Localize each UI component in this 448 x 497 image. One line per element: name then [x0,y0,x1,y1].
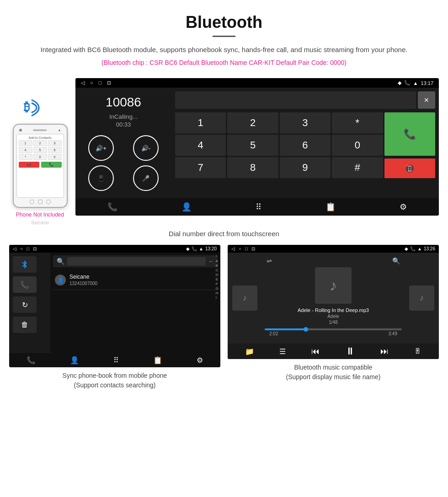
pb-rect: □ [27,246,29,251]
home-icon: ○ [90,80,93,86]
music-note-icon-main: ♪ [330,277,337,294]
music-progress-bar[interactable] [265,328,402,330]
cs-key-9[interactable]: 9 [280,157,331,178]
page-header: Bluetooth Integrated with BC6 Bluetooth … [0,0,448,78]
pb-loc: ◆ [186,246,190,251]
bluetooth-signal-icon: ₿ [18,96,41,119]
music-list-icon[interactable]: ☰ [279,347,286,356]
page-description: Integrated with BC6 Bluetooth module, su… [9,44,439,55]
pb-sync-btn[interactable]: ↻ [13,296,37,313]
music-artist: Adele [298,314,369,319]
pb-contact-info: Seicane 13241007000 [69,274,97,286]
music-screen: ◁ ○ □ ⊡ ◆ 📞 ▲ 13:26 ♪ [228,245,439,359]
cs-calling-label: InCalling... [109,113,137,120]
pb-bottom-settings[interactable]: ⚙ [197,356,203,365]
music-call: 📞 [410,246,416,251]
cs-timer: 00:33 [116,121,131,128]
phone-key-1: 1 [19,140,32,146]
cs-call-green-btn[interactable]: 📞 [384,112,435,156]
pb-alphabet-index: *ABCDEFGHI [215,253,219,301]
transfer-icon: 📱 [97,175,105,182]
cs-input-box[interactable] [175,91,416,109]
cs-bottom-contact-icon[interactable]: 👤 [181,202,192,212]
pb-bottom-call[interactable]: 📞 [27,356,36,365]
cs-delete-btn[interactable]: ✕ [418,91,435,109]
cs-bottom-log-icon[interactable]: 📋 [325,202,336,212]
cs-transfer-btn[interactable]: 📱 [88,165,114,191]
mute-icon: 🎤 [142,175,149,182]
cs-key-1[interactable]: 1 [175,112,226,133]
pb-bottom-log[interactable]: 📋 [153,356,162,365]
bottom-screenshots: ◁ ○ □ ⊡ ◆ 📞 ▲ 13:20 [0,245,448,390]
music-track-name: Adele - Rolling In the Deep.mp3 [298,307,369,313]
phone-key-9: # [48,154,62,160]
music-item: ◁ ○ □ ⊡ ◆ 📞 ▲ 13:26 ♪ [228,245,439,390]
cs-vol-down-btn[interactable]: 🔊- [133,135,159,161]
music-back: ◁ [231,246,235,251]
music-play-pause-icon[interactable]: ⏸ [345,345,355,357]
music-progress-fill [265,328,306,330]
cs-bottom-bar: 📞 👤 ⠿ 📋 ⚙ [75,198,439,216]
cs-end-call-btn[interactable]: 📵 [384,159,435,178]
pb-delete-btn[interactable]: 🗑 [13,317,37,333]
shuffle-icon[interactable]: ⇌ [267,257,272,264]
pb-search-bar[interactable] [67,257,206,265]
pb-sidebar: 📞 ↻ 🗑 [9,253,50,353]
cs-key-hash[interactable]: # [332,157,383,178]
pb-contact-row[interactable]: 👤 Seicane 13241007000 [53,270,218,290]
pb-back-icon: ← [208,258,214,264]
car-screen-status-bar: ◁ ○ □ ⊡ ◆ 📞 ▲ 13:17 [75,78,439,88]
cs-key-3[interactable]: 3 [280,112,331,133]
time-display: 13:17 [421,80,433,86]
vol-up-icon: 🔊+ [96,145,107,152]
music-caption-line1: Bluetooth music compatible [228,363,439,372]
title-divider [213,36,235,37]
status-left-icons: ◁ ○ □ ⊡ [81,80,111,86]
cs-bottom-call-icon[interactable]: 📞 [107,202,117,212]
pb-home: ○ [20,246,23,251]
phonebook-item: ◁ ○ □ ⊡ ◆ 📞 ▲ 13:20 [9,245,220,390]
cs-mute-btn[interactable]: 🎤 [133,165,159,191]
cs-phone-number: 10086 [106,95,141,110]
car-screen-main: 10086 InCalling... 00:33 🔊+ 🔊- 📱 [75,88,439,198]
phone-top-bar: ▲ [16,127,64,132]
delete-icon: ✕ [424,96,429,104]
pb-search-icon: 🔍 [57,258,64,265]
cs-key-0[interactable]: 0 [332,135,383,156]
pb-contact-number: 13241007000 [69,281,97,286]
pb-wifi: ▲ [199,246,203,251]
pb-phone-btn[interactable]: 📞 [13,276,37,293]
phone-bottom-bar [16,200,64,204]
phone-menu-btn [46,200,51,204]
phone-screen: Add to Contacts 1 2 3 4 5 6 * 0 # 📵 📞 [16,134,64,198]
pb-notif: ⊡ [33,246,37,251]
cs-bottom-dialpad-icon[interactable]: ⠿ [256,202,261,212]
car-screen-wrapper: ◁ ○ □ ⊡ ◆ 📞 ▲ 13:17 10086 InCalling... [75,78,439,216]
search-music-icon[interactable]: 🔍 [392,257,400,264]
music-album-art: ♪ [315,267,352,304]
pb-bottom-dialpad[interactable]: ⠿ [113,356,119,365]
music-prev-icon[interactable]: ⏮ [311,347,320,356]
phone-key-4: 4 [19,147,32,153]
cs-key-5[interactable]: 5 [227,135,278,156]
cs-key-7[interactable]: 7 [175,157,226,178]
call-status-icon: 📞 [404,80,411,86]
music-status-bar: ◁ ○ □ ⊡ ◆ 📞 ▲ 13:26 [228,245,439,253]
music-folder-icon[interactable]: 📁 [245,347,254,356]
cs-key-4[interactable]: 4 [175,135,226,156]
cs-key-2[interactable]: 2 [227,112,278,133]
phone-add-contacts: Add to Contacts [19,136,62,139]
music-next-icon[interactable]: ⏭ [380,347,389,356]
cs-vol-up-btn[interactable]: 🔊+ [88,135,114,161]
cs-key-8[interactable]: 8 [227,157,278,178]
cs-key-6[interactable]: 6 [280,135,331,156]
pb-bluetooth-btn[interactable] [13,256,37,273]
cs-key-star[interactable]: * [332,112,383,133]
music-times: 2:02 3:49 [265,331,402,336]
music-rect: □ [245,246,248,251]
pb-bottom-contact[interactable]: 👤 [70,356,79,365]
music-side-art-right: ♪ [409,286,434,311]
music-eq-icon[interactable]: 🎚 [414,347,421,355]
cs-bottom-settings-icon[interactable]: ⚙ [400,202,407,212]
music-side-art-left: ♪ [232,286,257,311]
